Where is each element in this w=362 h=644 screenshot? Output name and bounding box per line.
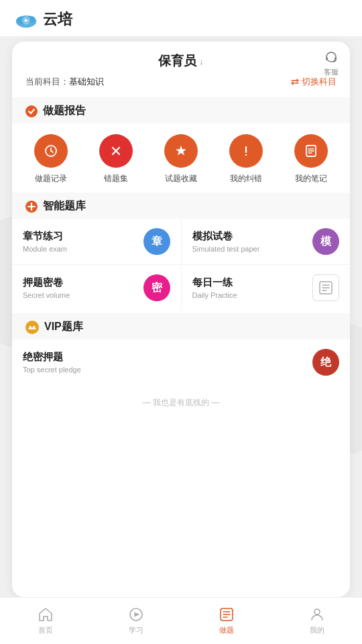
record-label: 做题记录 [35,173,67,184]
bank-section-header: 智能题库 [12,193,350,219]
bank-section-title: 智能题库 [43,199,86,213]
nav-practice-label: 做题 [219,625,234,635]
vip-section-header: VIP题库 [12,313,350,339]
bank-item-daily[interactable]: 每日一练 Daily Practice [182,265,351,311]
wrong-icon-bg [99,134,133,168]
note-icon [304,144,318,158]
bottom-nav: 首页 学习 做题 我的 [0,597,362,644]
action-wrong[interactable]: 错题集 [99,134,133,184]
daily-badge [312,274,339,301]
customer-service-button[interactable]: 客服 [323,50,339,77]
current-subject: 当前科目：基础知识 [25,75,104,88]
switch-subject-button[interactable]: 切换科目 [290,76,337,88]
vip-section-title: VIP题库 [44,320,83,334]
action-correct[interactable]: 我的纠错 [229,134,263,184]
svg-rect-5 [326,57,328,60]
notes-label: 我的笔记 [295,173,327,184]
svg-point-7 [333,61,334,62]
pledge-badge: 绝 [312,349,339,376]
secret-subtitle: Secret volume [23,291,70,299]
logo-icon [13,10,39,29]
mock-badge: 模 [312,228,339,255]
daily-list-icon [318,280,334,296]
bottom-line: — 我也是有底线的 — [12,385,350,417]
nav-home-label: 首页 [38,625,53,635]
subject-name: 基础知识 [69,76,104,87]
vip-section-icon [25,321,39,334]
svg-point-10 [245,154,247,156]
card-header: 保育员 ↓ 客服 [12,42,350,75]
report-section-header: 做题报告 [12,97,350,123]
fav-icon-bg [164,134,198,168]
report-section-title: 做题报告 [43,104,86,118]
mock-title: 模拟试卷 [192,230,260,243]
logo-text: 云培 [43,9,72,30]
home-icon [38,606,54,623]
question-icon [219,606,235,623]
notes-icon-bg [294,134,328,168]
mock-subtitle: Simulated test paper [192,245,260,253]
svg-point-14 [25,321,39,334]
clock-icon [44,144,58,158]
chapter-subtitle: Module exam [23,245,67,253]
star-icon [174,144,188,158]
daily-subtitle: Daily Practice [192,291,237,299]
nav-learn-label: 学习 [129,625,143,635]
bank-item-chapter[interactable]: 章节练习 Module exam 章 [12,219,181,264]
nav-learn[interactable]: 学习 [90,598,181,644]
switch-subject-label: 切换科目 [302,76,337,88]
daily-title: 每日一练 [192,276,237,289]
svg-point-17 [314,609,320,614]
correct-label: 我的纠错 [230,173,262,184]
svg-point-8 [25,105,38,117]
exclaim-icon [239,144,253,158]
wrong-label: 错题集 [104,173,128,184]
fav-label: 试题收藏 [165,173,197,184]
chapter-badge: 章 [143,228,170,255]
report-section-icon [25,105,38,117]
pledge-title: 绝密押题 [23,351,81,364]
title-arrow: ↓ [199,56,204,66]
bank-item-secret[interactable]: 押题密卷 Secret volume 密 [12,265,181,311]
headset-icon [323,50,339,66]
pledge-subtitle: Top secret pledge [23,366,81,374]
person-icon [309,606,325,623]
subject-row: 当前科目：基础知识 切换科目 [12,75,350,97]
vip-item-pledge[interactable]: 绝密押题 Top secret pledge 绝 [12,339,350,385]
quick-actions: 做题记录 错题集 试题收藏 [12,123,350,193]
action-notes[interactable]: 我的笔记 [294,134,328,184]
action-favorite[interactable]: 试题收藏 [164,134,198,184]
close-icon [109,144,123,158]
action-record[interactable]: 做题记录 [34,134,68,184]
nav-profile-label: 我的 [310,625,324,635]
main-card: 保育员 ↓ 客服 当前科目：基础知识 切换科目 [12,42,350,597]
logo-area: 云培 [13,9,72,30]
card-title: 保育员 [158,52,196,70]
secret-title: 押题密卷 [23,276,70,289]
bank-section-icon [25,201,38,213]
correct-icon-bg [229,134,263,168]
app-header: 云培 [0,0,362,36]
customer-service-label: 客服 [324,67,339,77]
nav-home[interactable]: 首页 [0,598,90,644]
bank-item-mock[interactable]: 模拟试卷 Simulated test paper 模 [182,219,351,264]
record-icon-bg [34,134,68,168]
nav-profile[interactable]: 我的 [272,598,362,644]
secret-badge: 密 [143,274,170,301]
bank-grid: 章节练习 Module exam 章 模拟试卷 Simulated test p… [12,219,350,311]
switch-icon [290,77,300,87]
chapter-title: 章节练习 [23,230,67,243]
subject-prefix: 当前科目：基础知识 [25,76,104,87]
nav-practice[interactable]: 做题 [181,598,272,644]
play-icon [128,606,144,623]
